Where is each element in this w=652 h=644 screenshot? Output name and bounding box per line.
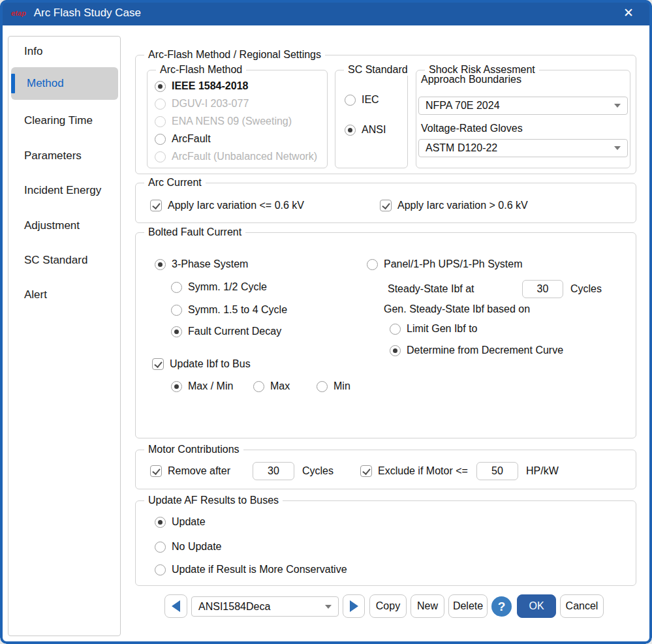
gen-steady-state-label: Gen. Steady-State Ibf based on xyxy=(384,303,530,315)
checkbox-exclude-motor[interactable]: Exclude if Motor <= xyxy=(360,465,468,477)
new-button[interactable]: New xyxy=(411,594,444,618)
close-icon[interactable]: ✕ xyxy=(614,0,643,25)
sidebar-item-clearing-time[interactable]: Clearing Time xyxy=(8,114,120,127)
checkbox-icon[interactable] xyxy=(380,200,392,211)
radio-icon[interactable] xyxy=(171,326,182,337)
radio-limit-gen-ibf[interactable]: Limit Gen Ibf to xyxy=(390,323,478,335)
radio-label: Min xyxy=(334,380,350,392)
radio-no-update[interactable]: No Update xyxy=(155,541,222,553)
radio-max[interactable]: Max xyxy=(253,380,290,392)
study-case-dropdown[interactable]: ANSI1584Deca xyxy=(191,596,339,617)
radio-update-if-conservative[interactable]: Update if Result is More Conservative xyxy=(155,564,347,575)
radio-icon[interactable] xyxy=(345,95,356,106)
radio-icon[interactable] xyxy=(171,282,182,293)
sidebar-item-info[interactable]: Info xyxy=(8,45,120,58)
radio-icon[interactable] xyxy=(345,125,356,136)
radio-symm-1-5-to-4-cycle[interactable]: Symm. 1.5 to 4 Cycle xyxy=(171,304,287,316)
radio-symm-half-cycle[interactable]: Symm. 1/2 Cycle xyxy=(171,281,267,293)
arrow-right-icon xyxy=(350,600,358,612)
sidebar-item-sc-standard[interactable]: SC Standard xyxy=(8,254,120,267)
group-bolted-fault-current-title: Bolted Fault Current xyxy=(144,226,245,238)
exclude-motor-hp-input[interactable] xyxy=(476,462,518,480)
checkbox-label: Apply Iarc variation > 0.6 kV xyxy=(397,200,528,211)
radio-determine-decrement-curve[interactable]: Determine from Decrement Curve xyxy=(390,345,563,356)
sidebar-item-method[interactable]: Method xyxy=(8,77,120,90)
radio-3-phase-system[interactable]: 3-Phase System xyxy=(155,258,248,270)
radio-label: IEEE 1584-2018 xyxy=(172,80,248,92)
sidebar-item-adjustment[interactable]: Adjustment xyxy=(8,219,120,232)
checkbox-iarc-variation-low[interactable]: Apply Iarc variation <= 0.6 kV xyxy=(150,200,304,211)
remove-after-cycles-input[interactable] xyxy=(253,462,294,480)
radio-label: IEC xyxy=(362,94,379,106)
approach-boundaries-dropdown[interactable]: NFPA 70E 2024 xyxy=(418,97,628,115)
checkbox-iarc-variation-high[interactable]: Apply Iarc variation > 0.6 kV xyxy=(380,200,528,211)
checkbox-icon[interactable] xyxy=(150,200,162,211)
radio-update[interactable]: Update xyxy=(155,516,206,528)
radio-icon[interactable] xyxy=(155,564,166,575)
dropdown-value: ANSI1584Deca xyxy=(198,601,320,613)
radio-label: Panel/1-Ph UPS/1-Ph System xyxy=(384,258,523,270)
radio-icon[interactable] xyxy=(390,345,401,356)
delete-button[interactable]: Delete xyxy=(448,594,488,618)
group-sc-standard-title: SC Standard xyxy=(344,64,412,76)
sidebar-item-parameters[interactable]: Parameters xyxy=(8,149,120,162)
radio-fault-current-decay[interactable]: Fault Current Decay xyxy=(171,326,281,337)
radio-label: 3-Phase System xyxy=(172,258,248,270)
radio-icon[interactable] xyxy=(367,259,378,270)
arc-flash-study-case-dialog: etap Arc Flash Study Case ✕ Info Method … xyxy=(0,0,652,644)
checkbox-label: Remove after xyxy=(168,465,230,477)
group-arc-flash-method-title: Arc-Flash Method xyxy=(156,64,246,76)
radio-icon[interactable] xyxy=(155,151,166,162)
voltage-rated-gloves-dropdown[interactable]: ASTM D120-22 xyxy=(418,139,628,157)
help-button[interactable]: ? xyxy=(491,596,512,617)
radio-label: Determine from Decrement Curve xyxy=(407,345,563,356)
radio-icon[interactable] xyxy=(155,134,166,145)
cancel-button[interactable]: Cancel xyxy=(560,594,604,618)
radio-icon[interactable] xyxy=(155,81,166,92)
window-title: Arc Flash Study Case xyxy=(34,7,141,20)
steady-state-ibf-label: Steady-State Ibf at xyxy=(388,283,474,295)
radio-arcfault[interactable]: ArcFault xyxy=(155,133,211,145)
checkbox-remove-after[interactable]: Remove after xyxy=(150,465,230,477)
radio-label: ANSI xyxy=(362,124,386,136)
checkbox-update-ibf-to-bus[interactable]: Update Ibf to Bus xyxy=(152,358,251,370)
ok-button[interactable]: OK xyxy=(517,594,556,618)
radio-label: No Update xyxy=(172,541,222,553)
radio-iec[interactable]: IEC xyxy=(345,94,379,106)
steady-state-cycles-input[interactable] xyxy=(522,280,563,298)
chevron-down-icon xyxy=(614,104,621,108)
prev-case-button[interactable] xyxy=(164,594,187,618)
sidebar-item-alert[interactable]: Alert xyxy=(8,288,120,301)
radio-label: Symm. 1/2 Cycle xyxy=(188,281,267,293)
radio-icon[interactable] xyxy=(155,517,166,528)
radio-arcfault-unbalanced[interactable]: ArcFault (Unbalanced Network) xyxy=(155,151,317,162)
radio-label: Max xyxy=(270,380,290,392)
copy-button[interactable]: Copy xyxy=(369,594,407,618)
radio-min[interactable]: Min xyxy=(317,380,350,392)
radio-label: ArcFault xyxy=(172,133,211,145)
radio-dguv[interactable]: DGUV-I 203-077 xyxy=(155,98,249,110)
radio-icon[interactable] xyxy=(155,542,166,553)
radio-ena-nens[interactable]: ENA NENS 09 (Sweeting) xyxy=(155,115,292,127)
radio-icon[interactable] xyxy=(390,324,401,335)
group-motor-contributions-title: Motor Contributions xyxy=(144,444,243,455)
chevron-down-icon xyxy=(614,146,621,150)
radio-icon[interactable] xyxy=(155,259,166,270)
next-case-button[interactable] xyxy=(343,594,365,618)
radio-panel-1ph-system[interactable]: Panel/1-Ph UPS/1-Ph System xyxy=(367,258,523,270)
remove-after-unit-label: Cycles xyxy=(302,465,334,477)
checkbox-icon[interactable] xyxy=(150,465,162,477)
radio-ansi[interactable]: ANSI xyxy=(345,124,386,136)
checkbox-icon[interactable] xyxy=(360,465,372,477)
approach-boundaries-label: Approach Boundaries xyxy=(421,74,521,85)
checkbox-icon[interactable] xyxy=(152,358,164,370)
radio-icon[interactable] xyxy=(171,305,182,316)
radio-icon[interactable] xyxy=(171,381,182,392)
radio-max-min[interactable]: Max / Min xyxy=(171,380,233,392)
radio-icon[interactable] xyxy=(253,381,264,392)
radio-ieee-1584-2018[interactable]: IEEE 1584-2018 xyxy=(155,80,248,92)
radio-icon[interactable] xyxy=(155,116,166,127)
radio-icon[interactable] xyxy=(155,99,166,110)
sidebar-item-incident-energy[interactable]: Incident Energy xyxy=(8,184,120,197)
radio-icon[interactable] xyxy=(317,381,328,392)
